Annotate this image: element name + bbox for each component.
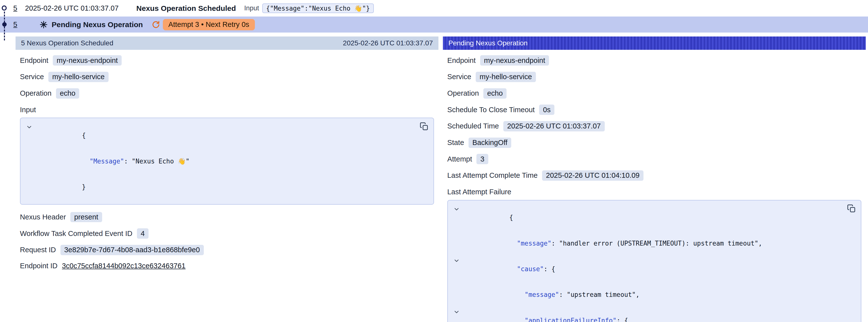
event-row-nexus-operation-scheduled[interactable]: 5 2025-02-26 UTC 01:03:37.07 Nexus Opera…: [0, 0, 868, 17]
detail-label: Last Attempt Complete Time: [447, 171, 538, 180]
json-line: {: [463, 205, 841, 230]
detail-value-chip: present: [70, 212, 102, 222]
scheduled-event-panel: 5 Nexus Operation Scheduled 2025-02-26 U…: [16, 36, 438, 277]
json-line: {: [36, 123, 414, 148]
detail-row-request-id: Request ID 3e829b7e-7d67-4b08-aad3-b1e86…: [20, 245, 434, 255]
chevron-down-icon[interactable]: [453, 309, 460, 315]
panel-timestamp: 2025-02-26 UTC 01:03:37.07: [343, 39, 433, 47]
pending-asterisk-icon: [39, 21, 48, 29]
event-detail-panels: 5 Nexus Operation Scheduled 2025-02-26 U…: [0, 33, 868, 322]
retry-attempt-badge: Attempt 3 • Next Retry 0s: [163, 19, 255, 30]
detail-row-schedule-to-close-timeout: Schedule To Close Timeout 0s: [447, 104, 861, 115]
detail-value-chip: my-hello-service: [49, 72, 108, 82]
detail-value-chip: 3: [476, 154, 488, 164]
detail-value-chip: my-hello-service: [476, 72, 536, 82]
detail-label: Service: [447, 73, 471, 81]
timeline-node-filled-icon: [2, 22, 7, 27]
detail-row-service: Service my-hello-service: [20, 72, 434, 82]
json-line: "message": "upstream timeout",: [463, 282, 841, 308]
chevron-down-icon[interactable]: [26, 124, 33, 130]
json-line: }: [36, 174, 414, 200]
detail-label: Endpoint: [447, 57, 476, 65]
detail-row-nexus-header: Nexus Header present: [20, 212, 434, 222]
retry-icon: [152, 21, 160, 29]
input-block-label: Input: [20, 106, 434, 114]
detail-label: Service: [20, 73, 44, 81]
scheduled-panel-header[interactable]: 5 Nexus Operation Scheduled 2025-02-26 U…: [16, 36, 438, 50]
detail-row-attempt: Attempt 3: [447, 154, 861, 164]
detail-row-endpoint-id: Endpoint ID 3c0c75ccfa8144b092c13ce63246…: [20, 261, 434, 270]
detail-value-chip: 4: [137, 228, 149, 239]
detail-row-scheduled-time: Scheduled Time 2025-02-26 UTC 01:03:37.0…: [447, 121, 861, 131]
event-title: Nexus Operation Scheduled: [136, 4, 236, 12]
detail-value-chip: echo: [56, 88, 80, 99]
detail-label: Endpoint: [20, 57, 49, 65]
last-attempt-failure-label: Last Attempt Failure: [447, 188, 861, 196]
failure-json-viewer: { "message": "handler error (UPSTREAM_TI…: [447, 200, 861, 322]
detail-label: Request ID: [20, 246, 56, 254]
scheduled-panel-body: Endpoint my-nexus-endpoint Service my-he…: [16, 50, 438, 271]
detail-label: Scheduled Time: [447, 122, 499, 130]
detail-label: Attempt: [447, 155, 472, 163]
detail-label: Workflow Task Completed Event ID: [20, 229, 132, 238]
copy-icon[interactable]: [847, 204, 856, 213]
copy-icon[interactable]: [420, 122, 429, 131]
event-timestamp: 2025-02-26 UTC 01:03:37.07: [25, 4, 118, 12]
workflow-event-history-view: 5 2025-02-26 UTC 01:03:37.07 Nexus Opera…: [0, 0, 868, 322]
detail-value-chip: 3e829b7e-7d67-4b08-aad3-b1e868bfe9e0: [60, 245, 204, 255]
detail-label: Nexus Header: [20, 213, 66, 221]
detail-value-chip: my-nexus-endpoint: [53, 55, 122, 66]
event-row-pending-nexus-operation[interactable]: 5 Pending Nexus Operation Attempt 3 • Ne…: [0, 17, 868, 33]
detail-value-chip: 0s: [539, 104, 554, 115]
detail-row-operation: Operation echo: [20, 88, 434, 99]
timeline-node-outline-icon: [2, 5, 7, 10]
detail-value-chip: 2025-02-26 UTC 01:03:37.07: [503, 121, 605, 131]
pending-panel-body: Endpoint my-nexus-endpoint Service my-he…: [443, 50, 866, 322]
detail-row-endpoint: Endpoint my-nexus-endpoint: [447, 55, 861, 66]
pending-panel-header: Pending Nexus Operation: [443, 36, 866, 50]
panel-title: 5 Nexus Operation Scheduled: [21, 39, 113, 47]
json-line: "applicationFailureInfo": {: [463, 308, 841, 322]
detail-label: Schedule To Close Timeout: [447, 106, 535, 114]
input-json-viewer: { "Message": "Nexus Echo 👋" }: [20, 118, 434, 205]
json-line: "message": "handler error (UPSTREAM_TIME…: [463, 230, 841, 256]
detail-row-workflow-task-completed-event-id: Workflow Task Completed Event ID 4: [20, 228, 434, 239]
pending-operation-panel: Pending Nexus Operation Endpoint my-nexu…: [443, 36, 866, 322]
detail-label: Endpoint ID: [20, 262, 58, 270]
detail-row-operation: Operation echo: [447, 88, 861, 99]
chevron-down-icon[interactable]: [453, 206, 460, 213]
endpoint-id-link[interactable]: 3c0c75ccfa8144b092c13ce632463761: [62, 262, 186, 270]
json-line: "Message": "Nexus Echo 👋": [36, 149, 414, 174]
detail-value-chip: echo: [483, 88, 507, 99]
detail-label: Operation: [447, 89, 479, 97]
detail-value-chip: BackingOff: [469, 137, 512, 148]
panel-title: Pending Nexus Operation: [448, 39, 528, 47]
event-timeline-gutter: [0, 0, 10, 46]
detail-value-chip: my-nexus-endpoint: [480, 55, 549, 66]
detail-label: State: [447, 138, 464, 147]
input-label: Input: [244, 4, 259, 12]
event-id-link[interactable]: 5: [13, 21, 17, 29]
detail-value-chip: 2025-02-26 UTC 01:04:10.09: [542, 170, 644, 181]
chevron-down-icon[interactable]: [453, 257, 460, 264]
event-id-link[interactable]: 5: [13, 4, 17, 12]
detail-row-service: Service my-hello-service: [447, 72, 861, 82]
detail-row-endpoint: Endpoint my-nexus-endpoint: [20, 55, 434, 66]
input-preview-chip[interactable]: {"Message":"Nexus Echo 👋"}: [262, 3, 374, 13]
detail-row-state: State BackingOff: [447, 137, 861, 148]
detail-label: Operation: [20, 89, 52, 97]
json-line: "cause": {: [463, 256, 841, 282]
detail-row-last-attempt-complete-time: Last Attempt Complete Time 2025-02-26 UT…: [447, 170, 861, 181]
event-title: Pending Nexus Operation: [52, 21, 143, 29]
